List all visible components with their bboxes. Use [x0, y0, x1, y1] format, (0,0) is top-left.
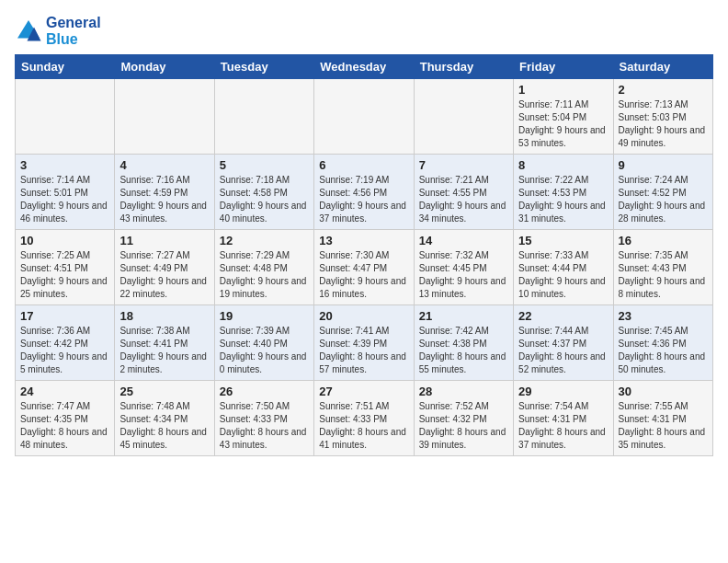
day-number: 12: [220, 234, 309, 247]
day-number: 15: [518, 234, 608, 247]
day-detail: Sunrise: 7:33 AM Sunset: 4:44 PM Dayligh…: [518, 249, 608, 301]
calendar-cell: 11Sunrise: 7:27 AM Sunset: 4:49 PM Dayli…: [115, 230, 214, 305]
calendar-body: 1Sunrise: 7:11 AM Sunset: 5:04 PM Daylig…: [16, 79, 713, 456]
day-detail: Sunrise: 7:19 AM Sunset: 4:56 PM Dayligh…: [319, 174, 408, 225]
calendar-cell: 16Sunrise: 7:35 AM Sunset: 4:43 PM Dayli…: [613, 230, 712, 305]
logo: General Blue: [15, 15, 101, 47]
day-detail: Sunrise: 7:42 AM Sunset: 4:38 PM Dayligh…: [419, 325, 508, 376]
calendar-cell: 17Sunrise: 7:36 AM Sunset: 4:42 PM Dayli…: [16, 305, 115, 381]
day-detail: Sunrise: 7:16 AM Sunset: 4:59 PM Dayligh…: [119, 174, 209, 225]
calendar-cell: 8Sunrise: 7:22 AM Sunset: 4:53 PM Daylig…: [514, 155, 613, 230]
day-detail: Sunrise: 7:50 AM Sunset: 4:33 PM Dayligh…: [220, 400, 309, 452]
calendar-cell: 5Sunrise: 7:18 AM Sunset: 4:58 PM Daylig…: [214, 155, 313, 230]
day-number: 2: [619, 83, 708, 97]
day-number: 3: [20, 158, 109, 172]
day-detail: Sunrise: 7:55 AM Sunset: 4:31 PM Dayligh…: [619, 400, 708, 452]
calendar-cell: 14Sunrise: 7:32 AM Sunset: 4:45 PM Dayli…: [414, 230, 513, 305]
day-detail: Sunrise: 7:13 AM Sunset: 5:03 PM Dayligh…: [619, 98, 708, 150]
day-number: 20: [319, 309, 408, 323]
day-detail: Sunrise: 7:30 AM Sunset: 4:47 PM Dayligh…: [319, 249, 408, 301]
calendar-week-row: 1Sunrise: 7:11 AM Sunset: 5:04 PM Daylig…: [16, 79, 713, 155]
day-number: 10: [20, 234, 109, 247]
day-number: 9: [619, 158, 708, 172]
day-detail: Sunrise: 7:54 AM Sunset: 4:31 PM Dayligh…: [518, 400, 608, 452]
dow-header: Monday: [115, 55, 214, 79]
calendar-cell: 1Sunrise: 7:11 AM Sunset: 5:04 PM Daylig…: [514, 79, 613, 155]
day-detail: Sunrise: 7:27 AM Sunset: 4:49 PM Dayligh…: [119, 249, 209, 301]
day-number: 29: [518, 385, 608, 398]
day-detail: Sunrise: 7:48 AM Sunset: 4:34 PM Dayligh…: [119, 400, 209, 452]
calendar-cell: [16, 79, 115, 155]
calendar-cell: 2Sunrise: 7:13 AM Sunset: 5:03 PM Daylig…: [613, 79, 712, 155]
calendar-cell: 21Sunrise: 7:42 AM Sunset: 4:38 PM Dayli…: [414, 305, 513, 381]
calendar-cell: 3Sunrise: 7:14 AM Sunset: 5:01 PM Daylig…: [16, 155, 115, 230]
dow-header: Thursday: [414, 55, 513, 79]
day-detail: Sunrise: 7:21 AM Sunset: 4:55 PM Dayligh…: [419, 174, 508, 225]
calendar-week-row: 24Sunrise: 7:47 AM Sunset: 4:35 PM Dayli…: [16, 381, 713, 456]
logo-text: General Blue: [46, 15, 101, 47]
day-detail: Sunrise: 7:32 AM Sunset: 4:45 PM Dayligh…: [419, 249, 508, 301]
day-detail: Sunrise: 7:25 AM Sunset: 4:51 PM Dayligh…: [20, 249, 109, 301]
day-number: 18: [119, 309, 209, 323]
day-number: 16: [619, 234, 708, 247]
calendar-cell: 12Sunrise: 7:29 AM Sunset: 4:48 PM Dayli…: [214, 230, 313, 305]
calendar-cell: 24Sunrise: 7:47 AM Sunset: 4:35 PM Dayli…: [16, 381, 115, 456]
day-number: 26: [220, 385, 309, 398]
calendar-cell: 22Sunrise: 7:44 AM Sunset: 4:37 PM Dayli…: [514, 305, 613, 381]
day-number: 8: [518, 158, 608, 172]
calendar-cell: 10Sunrise: 7:25 AM Sunset: 4:51 PM Dayli…: [16, 230, 115, 305]
calendar-cell: [115, 79, 214, 155]
day-number: 21: [419, 309, 508, 323]
calendar-cell: [214, 79, 313, 155]
calendar-cell: 20Sunrise: 7:41 AM Sunset: 4:39 PM Dayli…: [314, 305, 414, 381]
day-number: 1: [518, 83, 608, 97]
day-number: 6: [319, 158, 408, 172]
calendar-cell: 6Sunrise: 7:19 AM Sunset: 4:56 PM Daylig…: [314, 155, 414, 230]
day-number: 4: [119, 158, 209, 172]
dow-header: Sunday: [16, 55, 115, 79]
day-detail: Sunrise: 7:39 AM Sunset: 4:40 PM Dayligh…: [220, 325, 309, 376]
calendar-cell: 9Sunrise: 7:24 AM Sunset: 4:52 PM Daylig…: [613, 155, 712, 230]
day-detail: Sunrise: 7:24 AM Sunset: 4:52 PM Dayligh…: [619, 174, 708, 225]
day-number: 14: [419, 234, 508, 247]
day-number: 17: [20, 309, 109, 323]
day-detail: Sunrise: 7:11 AM Sunset: 5:04 PM Dayligh…: [518, 98, 608, 150]
dow-header: Saturday: [613, 55, 712, 79]
calendar-week-row: 17Sunrise: 7:36 AM Sunset: 4:42 PM Dayli…: [16, 305, 713, 381]
day-detail: Sunrise: 7:36 AM Sunset: 4:42 PM Dayligh…: [20, 325, 109, 376]
day-number: 23: [619, 309, 708, 323]
dow-header: Friday: [514, 55, 613, 79]
day-number: 27: [319, 385, 408, 398]
day-detail: Sunrise: 7:51 AM Sunset: 4:33 PM Dayligh…: [319, 400, 408, 452]
day-detail: Sunrise: 7:29 AM Sunset: 4:48 PM Dayligh…: [220, 249, 309, 301]
day-detail: Sunrise: 7:52 AM Sunset: 4:32 PM Dayligh…: [419, 400, 508, 452]
day-detail: Sunrise: 7:14 AM Sunset: 5:01 PM Dayligh…: [20, 174, 109, 225]
calendar-cell: [314, 79, 414, 155]
day-number: 30: [619, 385, 708, 398]
day-detail: Sunrise: 7:41 AM Sunset: 4:39 PM Dayligh…: [319, 325, 408, 376]
day-number: 24: [20, 385, 109, 398]
calendar-cell: 25Sunrise: 7:48 AM Sunset: 4:34 PM Dayli…: [115, 381, 214, 456]
day-number: 7: [419, 158, 508, 172]
calendar-cell: 18Sunrise: 7:38 AM Sunset: 4:41 PM Dayli…: [115, 305, 214, 381]
dow-header: Wednesday: [314, 55, 414, 79]
day-detail: Sunrise: 7:44 AM Sunset: 4:37 PM Dayligh…: [518, 325, 608, 376]
day-number: 22: [518, 309, 608, 323]
calendar-cell: 13Sunrise: 7:30 AM Sunset: 4:47 PM Dayli…: [314, 230, 414, 305]
day-detail: Sunrise: 7:22 AM Sunset: 4:53 PM Dayligh…: [518, 174, 608, 225]
calendar-week-row: 3Sunrise: 7:14 AM Sunset: 5:01 PM Daylig…: [16, 155, 713, 230]
calendar-cell: 29Sunrise: 7:54 AM Sunset: 4:31 PM Dayli…: [514, 381, 613, 456]
page-header: General Blue: [15, 15, 713, 47]
day-number: 25: [119, 385, 209, 398]
day-number: 5: [220, 158, 309, 172]
day-number: 13: [319, 234, 408, 247]
calendar-cell: 19Sunrise: 7:39 AM Sunset: 4:40 PM Dayli…: [214, 305, 313, 381]
logo-icon: [15, 17, 42, 45]
calendar-cell: 28Sunrise: 7:52 AM Sunset: 4:32 PM Dayli…: [414, 381, 513, 456]
calendar-cell: 7Sunrise: 7:21 AM Sunset: 4:55 PM Daylig…: [414, 155, 513, 230]
calendar-cell: [414, 79, 513, 155]
day-detail: Sunrise: 7:38 AM Sunset: 4:41 PM Dayligh…: [119, 325, 209, 376]
day-number: 28: [419, 385, 508, 398]
calendar-cell: 30Sunrise: 7:55 AM Sunset: 4:31 PM Dayli…: [613, 381, 712, 456]
day-detail: Sunrise: 7:18 AM Sunset: 4:58 PM Dayligh…: [220, 174, 309, 225]
